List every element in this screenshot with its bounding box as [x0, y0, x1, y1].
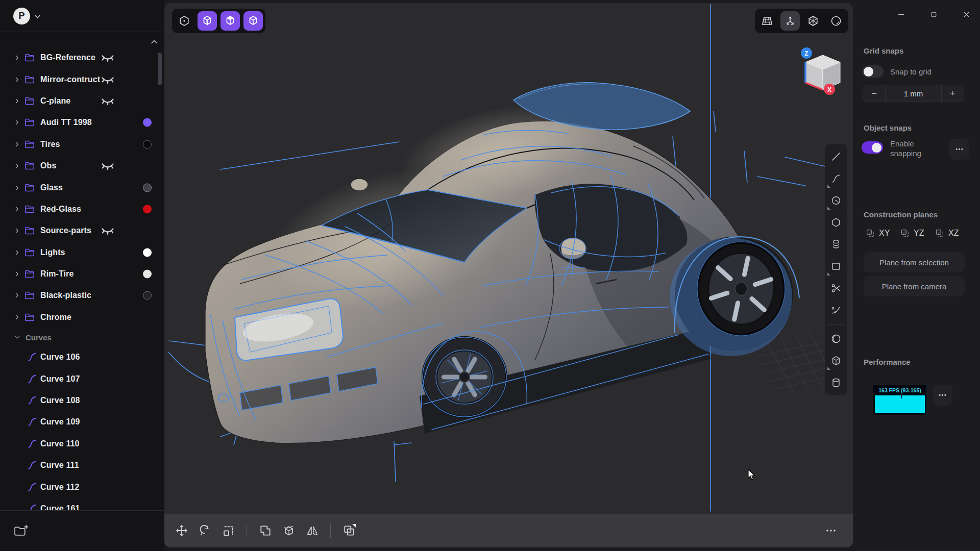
visibility-hidden-eye-icon[interactable] [101, 72, 115, 87]
close-button[interactable] [959, 7, 973, 21]
app-logo[interactable]: P [13, 8, 30, 24]
collapse-tree-icon[interactable] [149, 37, 159, 47]
wireframe-render-mode[interactable] [803, 11, 823, 31]
tree-item-rim-tire[interactable]: Rim-Tire [0, 263, 164, 285]
plane-xz-button[interactable]: XZ [935, 229, 959, 238]
body-select-mode[interactable] [243, 11, 263, 31]
visibility-hidden-eye-icon[interactable] [101, 159, 115, 173]
grid-size-value[interactable]: 1 mm [885, 85, 942, 102]
performance-more-button[interactable] [933, 385, 952, 406]
tree-item-curve-112[interactable]: Curve 112 [0, 476, 164, 497]
visibility-hidden-eye-icon[interactable] [101, 94, 115, 108]
chevron-right-icon[interactable] [13, 162, 21, 170]
chevron-right-icon[interactable] [13, 140, 21, 148]
chevron-right-icon[interactable] [13, 205, 21, 213]
tree-item-bg-reference[interactable]: BG-Reference [0, 47, 164, 68]
material-color-badge[interactable] [143, 291, 152, 300]
tree-item-curve-109[interactable]: Curve 109 [0, 411, 164, 433]
chevron-right-icon[interactable] [13, 54, 21, 62]
view-cube-gizmo[interactable]: Z X [794, 44, 850, 103]
grid-size-increment-button[interactable]: + [942, 85, 964, 102]
plane-from-selection-button[interactable]: Plane from selection [864, 252, 965, 272]
material-color-badge[interactable] [143, 270, 152, 279]
tree-item-curve-107[interactable]: Curve 107 [0, 368, 164, 389]
rectangle-tool[interactable] [826, 255, 846, 277]
trim-tool[interactable] [826, 277, 846, 299]
tree-item-obs[interactable]: Obs [0, 155, 164, 177]
visibility-hidden-eye-icon[interactable] [101, 51, 115, 65]
new-folder-button[interactable] [13, 524, 29, 538]
tree-item-glass[interactable]: Glass [0, 177, 164, 198]
mirror-tool[interactable] [304, 523, 320, 539]
duplicate-tool[interactable] [341, 523, 357, 539]
chevron-right-icon[interactable] [13, 270, 21, 278]
plane-from-camera-button[interactable]: Plane from camera [864, 276, 965, 296]
front-wheel[interactable] [423, 337, 506, 417]
cut-tool[interactable] [281, 523, 297, 539]
tree-item-lights[interactable]: Lights [0, 242, 164, 263]
chevron-right-icon[interactable] [13, 313, 21, 321]
chevron-right-icon[interactable] [13, 119, 21, 127]
app-menu-chevron-icon[interactable] [33, 12, 42, 21]
chevron-right-icon[interactable] [13, 227, 21, 235]
chevron-right-icon[interactable] [13, 76, 21, 83]
edge-select-mode[interactable] [198, 11, 217, 31]
material-color-badge[interactable] [143, 140, 152, 148]
grid-size-decrement-button[interactable]: − [863, 85, 885, 102]
tree-item-curve-106[interactable]: Curve 106 [0, 346, 164, 368]
material-color-badge[interactable] [143, 248, 152, 257]
boolean-tool[interactable] [257, 523, 273, 539]
face-select-mode[interactable] [220, 11, 240, 31]
visibility-hidden-eye-icon[interactable] [101, 223, 115, 238]
rotate-tool[interactable] [197, 523, 213, 539]
line-tool[interactable] [826, 145, 846, 167]
material-color-badge[interactable] [143, 118, 152, 127]
circle-tool[interactable] [826, 189, 846, 211]
rear-wheel[interactable] [697, 242, 785, 336]
x-axis-badge[interactable]: X [824, 84, 835, 95]
matcap-render-mode[interactable] [826, 11, 846, 31]
maximize-button[interactable] [926, 7, 941, 21]
cylinder-tool[interactable] [826, 371, 846, 393]
tree-item-black-plastic[interactable]: Black-plastic [0, 285, 164, 306]
sphere-tool[interactable] [826, 328, 846, 349]
box-tool[interactable] [826, 349, 846, 371]
polygon-tool[interactable] [826, 211, 846, 233]
tree-item-chrome[interactable]: Chrome [0, 307, 164, 328]
object-snaps-more-button[interactable] [949, 139, 969, 160]
point-select-mode[interactable] [175, 11, 194, 31]
tree-item-red-glass[interactable]: Red-Glass [0, 198, 164, 220]
plane-yz-button[interactable]: YZ [900, 229, 924, 238]
tree-item-tires[interactable]: Tires [0, 134, 164, 155]
material-color-badge[interactable] [143, 183, 152, 192]
scale-tool[interactable] [220, 523, 236, 539]
axes-gizmo-toggle[interactable] [780, 11, 800, 31]
move-tool[interactable] [174, 523, 189, 539]
chevron-right-icon[interactable] [13, 184, 21, 191]
tree-item-curve-108[interactable]: Curve 108 [0, 390, 164, 411]
tree-item-mirror-contruct[interactable]: Mirror-contruct [0, 68, 164, 90]
material-color-badge[interactable] [143, 205, 152, 213]
bottom-toolbar-more-button[interactable] [822, 522, 840, 539]
z-axis-badge[interactable]: Z [801, 47, 812, 59]
tree-item-source-parts[interactable]: Source-parts [0, 220, 164, 241]
viewport[interactable]: Z X [164, 3, 853, 547]
spiral-tool[interactable] [826, 233, 846, 255]
enable-snapping-toggle[interactable] [862, 141, 883, 154]
chevron-right-icon[interactable] [13, 292, 21, 299]
tree-item-curve-110[interactable]: Curve 110 [0, 433, 164, 455]
chevron-right-icon[interactable] [13, 97, 21, 105]
plane-xy-button[interactable]: XY [866, 229, 890, 238]
curve-tool[interactable] [826, 167, 846, 189]
grid-toggle[interactable] [757, 11, 777, 31]
minimize-button[interactable] [894, 7, 908, 21]
chevron-right-icon[interactable] [13, 248, 21, 256]
fillet-curve-tool[interactable] [826, 299, 846, 321]
tree-item-audi-tt-1998[interactable]: Audi TT 1998 [0, 112, 164, 133]
snap-to-grid-toggle[interactable] [862, 65, 884, 78]
viewport-canvas[interactable] [164, 3, 853, 514]
tree-item-curve-111[interactable]: Curve 111 [0, 455, 164, 476]
tree-item-c-plane[interactable]: C-plane [0, 90, 164, 112]
curves-section-header[interactable]: Curves [0, 328, 164, 346]
chevron-down-icon[interactable] [13, 333, 21, 341]
